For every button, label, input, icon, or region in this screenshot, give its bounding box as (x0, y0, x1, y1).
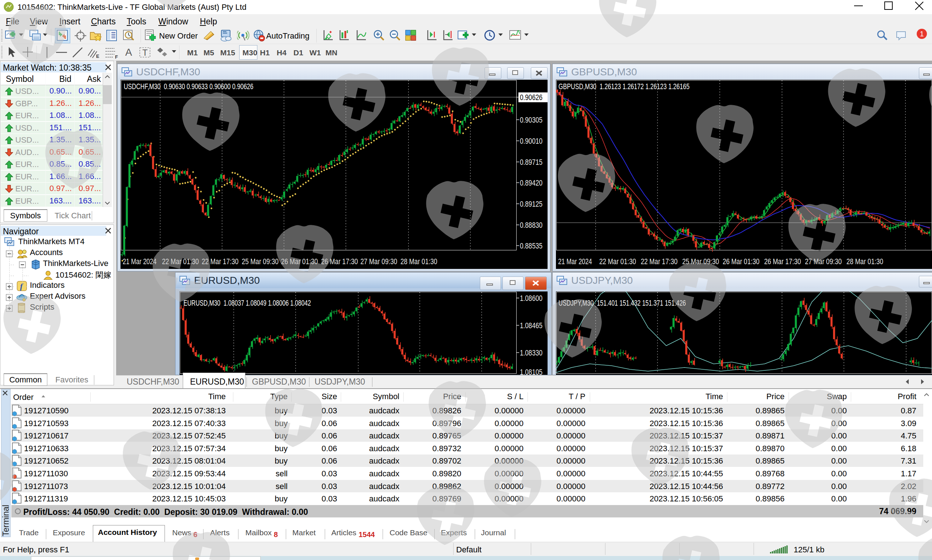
svg-text:0.88535: 0.88535 (520, 241, 542, 250)
svg-text:USDJPY,M30 151.401 151.432 15: USDJPY,M30 151.401 151.432 151.371 151.4… (558, 298, 686, 308)
svg-text:USDCHF,M30 0.90630 0.90633 0.: USDCHF,M30 0.90630 0.90633 0.90600 0.906… (124, 82, 253, 91)
svg-text:27 Mar 09:30: 27 Mar 09:30 (360, 257, 397, 266)
svg-text:22 Mar 01:30: 22 Mar 01:30 (599, 257, 636, 266)
svg-text:GBPUSD,M30 1.26123 1.26172 1.: GBPUSD,M30 1.26123 1.26172 1.26123 1.261… (558, 82, 690, 91)
svg-text:A: A (125, 46, 132, 58)
svg-text:EURUSD,M30 1.08037 1.08049 1.: EURUSD,M30 1.08037 1.08049 1.08006 1.080… (183, 298, 311, 308)
svg-text:26 Mar 17:30: 26 Mar 17:30 (321, 257, 358, 266)
svg-text:21 Mar 2024: 21 Mar 2024 (558, 257, 592, 266)
svg-text:1.08105: 1.08105 (520, 368, 542, 375)
svg-text:28 Mar 01:30: 28 Mar 01:30 (401, 257, 437, 266)
svg-text:F: F (115, 54, 118, 59)
svg-text:25 Mar 09:30: 25 Mar 09:30 (682, 257, 719, 266)
svg-text:21 Mar 2024: 21 Mar 2024 (123, 257, 157, 266)
svg-text:T: T (142, 48, 148, 57)
svg-text:0.89125: 0.89125 (520, 199, 542, 209)
svg-text:E: E (96, 54, 99, 59)
svg-text:1.08465: 1.08465 (520, 321, 542, 330)
svg-text:1.08330: 1.08330 (520, 348, 542, 357)
svg-text:0.90305: 0.90305 (520, 115, 542, 125)
svg-text:0.89420: 0.89420 (520, 178, 542, 188)
svg-text:0.88830: 0.88830 (520, 220, 542, 229)
svg-text:1.08600: 1.08600 (520, 294, 542, 303)
svg-text:0.90010: 0.90010 (520, 137, 542, 146)
svg-text:25 Mar 09:30: 25 Mar 09:30 (242, 257, 279, 266)
svg-text:22 Mar 01:30: 22 Mar 01:30 (162, 257, 199, 266)
svg-text:22 Mar 17:30: 22 Mar 17:30 (641, 257, 678, 266)
svg-text:22 Mar 17:30: 22 Mar 17:30 (202, 257, 239, 266)
svg-text:27 Mar 09:30: 27 Mar 09:30 (805, 257, 842, 266)
svg-text:26 Mar 17:30: 26 Mar 17:30 (764, 257, 801, 266)
svg-text:0.90626: 0.90626 (520, 93, 542, 102)
svg-text:28 Mar 01:30: 28 Mar 01:30 (846, 257, 883, 266)
svg-text:26 Mar 01:30: 26 Mar 01:30 (722, 257, 759, 266)
svg-text:26 Mar 01:30: 26 Mar 01:30 (281, 257, 318, 266)
svg-text:0.89715: 0.89715 (520, 158, 542, 167)
